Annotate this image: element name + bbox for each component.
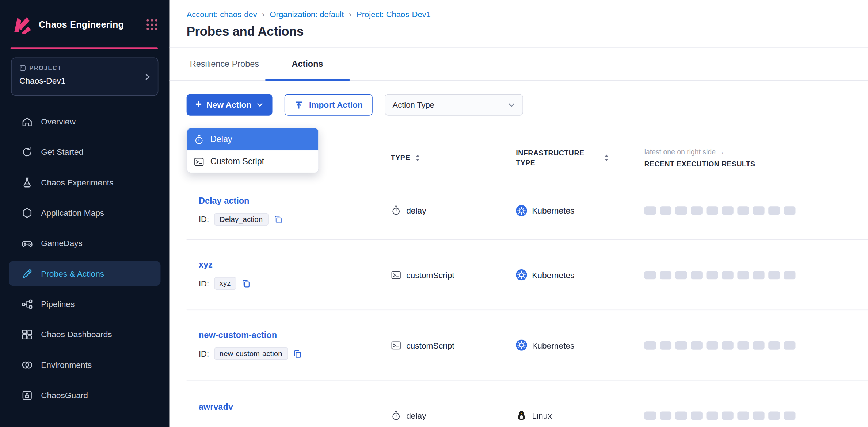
- copy-icon[interactable]: [273, 214, 283, 224]
- execution-result-placeholder: [691, 341, 703, 349]
- infrastructure-value: Kubernetes: [532, 206, 574, 215]
- id-label: ID:: [199, 279, 209, 288]
- main-content: Account: chaos-dev›Organization: default…: [170, 0, 868, 427]
- action-type-value: customScript: [406, 270, 454, 280]
- action-name-link[interactable]: new-custom-action: [199, 330, 277, 340]
- infrastructure-value: Kubernetes: [532, 270, 574, 280]
- project-selector[interactable]: PROJECT Chaos-Dev1: [11, 58, 158, 96]
- infrastructure-header-label: INFRASTRUCTURE TYPE: [516, 148, 599, 167]
- new-action-menu: DelayCustom Script: [187, 128, 319, 173]
- execution-result-placeholder: [707, 206, 718, 215]
- kubernetes-icon: [516, 205, 527, 216]
- execution-result-placeholder: [768, 411, 780, 420]
- action-id-chip: xyz: [214, 277, 236, 290]
- stopwatch-icon: [391, 410, 401, 421]
- module-title: Chaos Engineering: [39, 19, 124, 30]
- breadcrumb-link[interactable]: Project: Chaos-Dev1: [357, 10, 431, 19]
- menu-item-delay[interactable]: Delay: [187, 128, 318, 151]
- execution-result-placeholder: [753, 206, 765, 215]
- execution-result-placeholder: [768, 341, 780, 349]
- execution-result-placeholder: [784, 206, 796, 215]
- action-type-value: delay: [406, 411, 426, 420]
- infrastructure-value: Linux: [532, 411, 552, 420]
- action-name-cell: xyz ID: xyz: [187, 260, 391, 290]
- execution-result-placeholder: [784, 271, 796, 279]
- execution-result-placeholder: [707, 411, 718, 420]
- new-action-button[interactable]: + New Action: [187, 94, 273, 116]
- execution-result-placeholder: [691, 271, 703, 279]
- action-name-link[interactable]: Delay action: [199, 196, 249, 205]
- execution-result-placeholder: [675, 341, 687, 349]
- action-name-cell: Delay action ID: Delay_action: [187, 196, 391, 226]
- execution-result-placeholder: [753, 411, 765, 420]
- action-type-cell: delay: [391, 205, 516, 216]
- action-type-value: delay: [406, 206, 426, 215]
- execution-result-placeholder: [722, 206, 734, 215]
- infrastructure-column-header[interactable]: INFRASTRUCTURE TYPE: [516, 148, 644, 167]
- execution-result-placeholder: [675, 271, 687, 279]
- project-label-row: PROJECT: [19, 65, 150, 71]
- copy-icon[interactable]: [293, 349, 302, 358]
- plus-icon: +: [195, 98, 202, 110]
- action-name-cell: awrvadv ID:: [187, 402, 391, 427]
- sidebar-item-pipelines[interactable]: Pipelines: [9, 292, 160, 316]
- kubernetes-icon: [516, 269, 527, 280]
- tab-bar: Resilience Probes Actions: [170, 48, 868, 81]
- copy-icon[interactable]: [241, 279, 251, 288]
- action-id-line: ID: Delay_action: [199, 213, 391, 226]
- action-name-link[interactable]: xyz: [199, 260, 213, 270]
- import-action-button[interactable]: Import Action: [285, 94, 373, 116]
- id-label: ID:: [199, 215, 209, 223]
- action-type-cell: customScript: [391, 270, 516, 280]
- action-name-link[interactable]: awrvadv: [199, 402, 233, 412]
- sort-icon[interactable]: [415, 154, 421, 162]
- type-column-header[interactable]: TYPE: [391, 154, 516, 162]
- execution-result-placeholder: [675, 411, 687, 420]
- execution-result-placeholder: [722, 341, 734, 349]
- breadcrumb-link[interactable]: Account: chaos-dev: [187, 10, 257, 19]
- sort-icon[interactable]: [604, 154, 610, 162]
- tab-resilience-probes[interactable]: Resilience Probes: [190, 48, 259, 80]
- project-tag-icon: [19, 65, 26, 71]
- sidebar-item-overview[interactable]: Overview: [9, 109, 160, 134]
- stopwatch-icon: [194, 134, 204, 145]
- sidebar-item-label: Chaos Experiments: [41, 177, 113, 187]
- sidebar-item-chaosguard[interactable]: ChaosGuard: [9, 383, 160, 408]
- table-row: new-custom-action ID: new-custom-action …: [187, 310, 868, 380]
- execution-result-placeholder: [644, 411, 656, 420]
- action-type-filter[interactable]: Action Type: [385, 94, 523, 116]
- terminal-icon: [194, 156, 204, 167]
- menu-item-custom-script[interactable]: Custom Script: [187, 150, 318, 173]
- sidebar-item-application-maps[interactable]: Application Maps: [9, 200, 160, 225]
- sidebar-item-label: Pipelines: [41, 299, 75, 309]
- import-icon: [294, 100, 303, 109]
- table-row: awrvadv ID: delay Linux: [187, 381, 868, 427]
- tab-actions[interactable]: Actions: [265, 48, 350, 80]
- sidebar-item-chaos-dashboards[interactable]: Chaos Dashboards: [9, 322, 160, 347]
- dashboard-icon: [21, 328, 33, 340]
- shield-lock-icon: [21, 389, 33, 401]
- sidebar-item-environments[interactable]: Environments: [9, 352, 160, 377]
- recent-execution-results: [644, 271, 868, 279]
- execution-result-placeholder: [737, 206, 749, 215]
- results-header-label: RECENT EXECUTION RESULTS: [644, 160, 868, 168]
- sidebar-item-gamedays[interactable]: GameDays: [9, 231, 160, 255]
- execution-result-placeholder: [691, 411, 703, 420]
- import-action-label: Import Action: [309, 100, 363, 109]
- chevron-down-icon: [508, 101, 515, 109]
- module-switcher-grid-icon[interactable]: [146, 18, 159, 31]
- breadcrumb: Account: chaos-dev›Organization: default…: [187, 0, 868, 19]
- linux-icon: [516, 410, 527, 421]
- sidebar-header: Chaos Engineering: [0, 0, 170, 49]
- sidebar: Chaos Engineering PROJECT Chaos-Dev1 Ove…: [0, 0, 170, 427]
- probe-icon: [21, 268, 33, 280]
- execution-result-placeholder: [737, 271, 749, 279]
- execution-result-placeholder: [737, 341, 749, 349]
- action-type-filter-label: Action Type: [393, 100, 434, 109]
- sidebar-item-chaos-experiments[interactable]: Chaos Experiments: [9, 170, 160, 195]
- sidebar-item-probes-actions[interactable]: Probes & Actions: [9, 261, 160, 286]
- gamepad-icon: [21, 237, 33, 249]
- breadcrumb-link[interactable]: Organization: default: [270, 10, 344, 19]
- action-name-cell: new-custom-action ID: new-custom-action: [187, 330, 391, 360]
- sidebar-item-get-started[interactable]: Get Started: [9, 139, 160, 164]
